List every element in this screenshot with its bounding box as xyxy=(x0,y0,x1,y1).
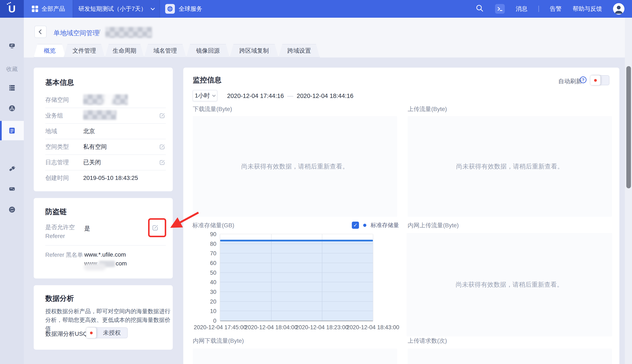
y-axis-tick: 60 xyxy=(210,260,216,266)
period-value: 1小时 xyxy=(195,92,210,100)
row-value: 北京 xyxy=(83,127,166,135)
chart-empty-intranet-download xyxy=(193,348,397,364)
sidebar-item-network-topology[interactable] xyxy=(0,101,24,116)
scrollbar-thumb[interactable] xyxy=(626,66,631,188)
analytics-title: 数据分析 xyxy=(45,294,74,303)
y-axis-tick: 30 xyxy=(210,289,216,295)
range-separator: — xyxy=(287,92,293,100)
basic-info-title: 基本信息 xyxy=(45,78,74,88)
auto-refresh-label: 自动刷新 xyxy=(558,77,582,85)
row-value: 2019-05-10 18:43:25 xyxy=(83,175,166,181)
period-select[interactable]: 1小时 xyxy=(192,90,218,101)
row-value: 私有空间 xyxy=(83,143,159,151)
all-products-menu[interactable]: 全部产品 xyxy=(24,0,73,18)
tab-cross-region-replication[interactable]: 跨区域复制 xyxy=(230,44,278,58)
storage-chart-plot[interactable]: 01020304050607080902020-12-04 17:45:0020… xyxy=(220,234,373,321)
avatar[interactable] xyxy=(613,3,624,14)
logo-letter: U xyxy=(8,3,16,15)
sidebar-favorites-label: 收藏 xyxy=(0,65,24,73)
edit-log-management-icon[interactable] xyxy=(159,159,166,166)
table-row-bucket-type: 空间类型 私有空间 xyxy=(45,139,166,154)
sidebar-item-disk[interactable] xyxy=(0,182,24,196)
data-analytics-card: 数据分析 授权数据分析产品，即可对空间内的海量数据进行分析，帮助您更高效、更低成… xyxy=(34,285,173,350)
toggle-knob xyxy=(590,76,600,85)
table-row-business-group: 业务组 xyxy=(45,108,166,123)
range-start: 2020-12-04 17:44:16 xyxy=(227,92,284,100)
redacted-value-mosaic xyxy=(83,110,116,120)
tab-domain-management[interactable]: 域名管理 xyxy=(144,44,186,58)
breadcrumb-separator: / xyxy=(98,29,100,36)
table-row-storage-space: 存储空间 xyxy=(45,92,166,108)
alerts-link[interactable]: 告警 xyxy=(550,5,562,13)
tab-lifecycle[interactable]: 生命周期 xyxy=(105,44,144,58)
row-label: 空间类型 xyxy=(45,143,83,151)
all-products-label: 全部产品 xyxy=(42,5,65,13)
chevron-down-icon xyxy=(212,94,216,97)
ucloud-logo[interactable]: U xyxy=(0,0,24,18)
edit-business-group-icon[interactable] xyxy=(159,112,166,119)
tab-overview[interactable]: 概览 xyxy=(34,44,66,58)
chart-empty-upload-traffic: 尚未获得有效数据，请稍后重新查看。 xyxy=(408,116,612,217)
help-feedback-link[interactable]: 帮助与反馈 xyxy=(572,5,602,13)
project-selector[interactable]: 研发短期测试（小于7天） xyxy=(73,0,160,18)
y-axis-tick: 20 xyxy=(210,298,216,305)
tab-cors-settings[interactable]: 跨域设置 xyxy=(278,44,320,58)
topbar: U 全部产品 研发短期测试（小于7天） 全球服务 消息 告警 帮助与反馈 xyxy=(0,0,632,18)
y-axis-tick: 90 xyxy=(210,231,216,238)
products-grid-icon xyxy=(32,6,38,12)
sidebar-item-console[interactable] xyxy=(0,39,24,53)
topbar-divider xyxy=(538,6,539,12)
table-row-log-management: 日志管理 已关闭 xyxy=(45,154,166,170)
tab-file-management[interactable]: 文件管理 xyxy=(64,44,105,58)
messages-link[interactable]: 消息 xyxy=(516,5,528,13)
search-icon[interactable] xyxy=(475,4,484,14)
project-selector-label: 研发短期测试（小于7天） xyxy=(78,5,146,13)
sidebar-item-global-sync[interactable] xyxy=(0,202,24,217)
row-value-redacted xyxy=(83,110,159,121)
breadcrumb-parent-link[interactable]: 单地域空间管理 xyxy=(54,29,99,38)
sidebar-item-plugin[interactable] xyxy=(0,162,24,176)
blacklist-item: www.*.ufile.com xyxy=(84,250,127,259)
empty-message: 尚未获得有效数据，请稍后重新查看。 xyxy=(456,162,564,171)
x-axis-tick: 2020-12-04 18:23:00 xyxy=(296,324,348,331)
legend-series-dot xyxy=(363,224,366,227)
table-row-region: 地域 北京 xyxy=(45,123,166,139)
series-area-fill xyxy=(220,240,373,321)
sidebar-item-storage-active[interactable] xyxy=(0,124,24,138)
chart-empty-intranet-upload: 尚未获得有效数据，请稍后重新查看。 xyxy=(406,233,612,336)
scrollbar-track[interactable] xyxy=(625,18,632,364)
x-axis-tick: 2020-12-04 17:45:00 xyxy=(194,324,247,331)
usql-status-badge: 未授权 xyxy=(96,328,127,338)
usql-authorize-toggle[interactable]: 未授权 xyxy=(86,327,128,338)
row-label: 存储空间 xyxy=(45,96,83,104)
allow-empty-referer-value: 是 xyxy=(84,224,90,232)
row-label: 地域 xyxy=(45,127,83,135)
icon-sidebar: 收藏 xyxy=(0,18,24,364)
usql-label: 数据湖分析USQL xyxy=(45,330,91,338)
allow-empty-referer-label: 是否允许空 Referer xyxy=(45,223,83,240)
edit-bucket-type-icon[interactable] xyxy=(159,143,166,150)
global-services[interactable]: 全球服务 xyxy=(162,0,221,18)
chevron-down-icon xyxy=(151,6,155,10)
y-axis-tick: 50 xyxy=(210,270,216,276)
console-terminal-icon[interactable] xyxy=(495,4,505,14)
chart-empty-upload-requests xyxy=(408,348,612,364)
legend-checkbox-checked[interactable]: ✓ xyxy=(352,222,359,229)
back-button[interactable] xyxy=(34,26,46,38)
empty-message: 尚未获得有效数据，请稍后重新查看。 xyxy=(241,162,349,171)
chart-title-intranet-download: 内网下载流量(Byte) xyxy=(193,337,244,345)
referer-blacklist-label: Referer 黑名单 xyxy=(45,251,84,259)
basic-info-card: 基本信息 存储空间 业务组 地域 北京 空间类型 私有空间 日志管理 已关闭 创… xyxy=(34,68,173,191)
auto-refresh-toggle[interactable] xyxy=(590,75,610,85)
hotlink-protection-card: 防盗链 是否允许空 Referer 是 Referer 黑名单 www.*.uf… xyxy=(34,198,173,278)
row-value: 已关闭 xyxy=(83,158,159,166)
sidebar-item-server-list[interactable] xyxy=(0,81,24,95)
tab-mirror-origin[interactable]: 镜像回源 xyxy=(186,44,230,58)
chevron-left-icon xyxy=(38,30,44,34)
help-question-icon[interactable]: ? xyxy=(580,76,586,83)
y-axis-tick: 70 xyxy=(210,250,216,257)
breadcrumb-current-redacted xyxy=(105,27,152,38)
redacted-smudge xyxy=(84,263,106,270)
hotlink-title: 防盗链 xyxy=(45,207,67,216)
y-axis-tick: 80 xyxy=(210,240,216,247)
